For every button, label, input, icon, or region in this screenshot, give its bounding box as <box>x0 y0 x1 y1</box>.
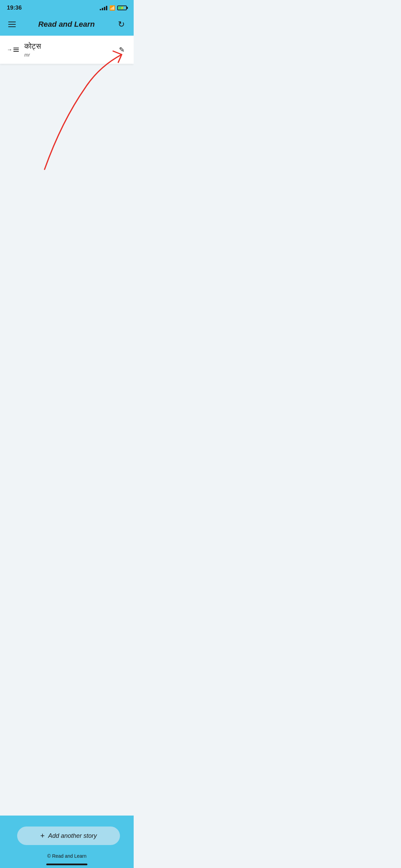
pencil-icon: ✎ <box>119 46 125 53</box>
story-title: कोट्स <box>24 42 41 51</box>
expand-icon: → <box>7 47 19 53</box>
story-card-left: → कोट्स mr <box>7 42 41 58</box>
wifi-icon: 📶 <box>109 5 115 11</box>
status-bar: 19:36 📶 ⚡ <box>0 0 134 15</box>
story-language: mr <box>24 52 41 58</box>
battery-wrapper: ⚡ <box>117 5 127 10</box>
arrow-right-icon: → <box>7 47 12 53</box>
lines-icon <box>13 48 19 52</box>
hamburger-line-3 <box>8 26 16 27</box>
refresh-icon: ↻ <box>118 20 125 29</box>
hamburger-line-1 <box>8 22 16 22</box>
story-info: कोट्स mr <box>24 42 41 58</box>
story-card[interactable]: → कोट्स mr ✎ <box>0 36 134 64</box>
edit-story-button[interactable]: ✎ <box>117 44 127 56</box>
refresh-button[interactable]: ↻ <box>116 19 127 30</box>
battery-icon: ⚡ <box>117 5 127 10</box>
charging-icon: ⚡ <box>120 6 124 10</box>
status-time: 19:36 <box>7 4 22 11</box>
hamburger-line-2 <box>8 24 16 25</box>
page-title: Read and Learn <box>17 20 116 29</box>
signal-icon <box>100 6 107 10</box>
main-content: → कोट्स mr ✎ <box>0 36 134 269</box>
status-icons: 📶 ⚡ <box>100 5 127 11</box>
hamburger-menu-button[interactable] <box>7 20 17 28</box>
app-header: Read and Learn ↻ <box>0 15 134 36</box>
